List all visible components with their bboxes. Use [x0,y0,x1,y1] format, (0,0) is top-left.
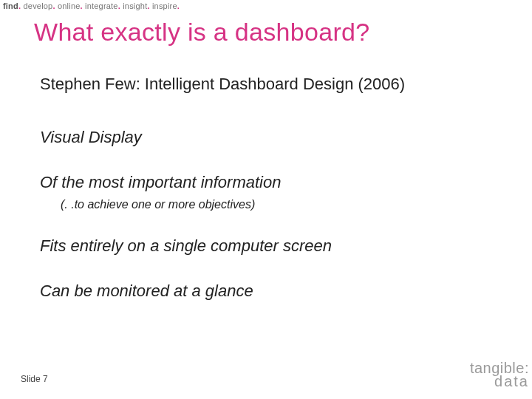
dot-icon: . [81,1,83,10]
dot-icon: . [118,1,120,10]
slide: find. develop. online. integrate. insigh… [0,0,532,399]
slide-title: What exactly is a dashboard? [34,18,369,47]
tagline-word: develop [24,1,53,10]
slide-body: Stephen Few: Intelligent Dashboard Desig… [40,74,502,327]
bullet-visual-display: Visual Display [40,127,502,148]
author-line: Stephen Few: Intelligent Dashboard Desig… [40,74,502,95]
bullet-important-info: Of the most important information [40,172,502,193]
tagline-word: find [3,1,18,10]
tagline-word: inspire [152,1,177,10]
tagline-word: online [58,1,81,10]
bullet-glance: Can be monitored at a glance [40,281,502,301]
bullet-subnote: (. .to achieve one or more objectives) [61,197,502,212]
dot-icon: . [177,1,180,10]
slide-number: Slide 7 [21,374,48,384]
dot-icon: . [18,1,21,10]
tagline-word: integrate [85,1,118,10]
brand-logo: tangible: data [470,361,529,389]
bullet-fits-screen: Fits entirely on a single computer scree… [40,236,502,256]
dot-icon: . [52,1,55,10]
dot-icon: . [147,1,149,10]
header-tagline: find. develop. online. integrate. insigh… [3,1,180,10]
tagline-word: insight [123,1,147,10]
logo-line-2: data [470,374,529,389]
